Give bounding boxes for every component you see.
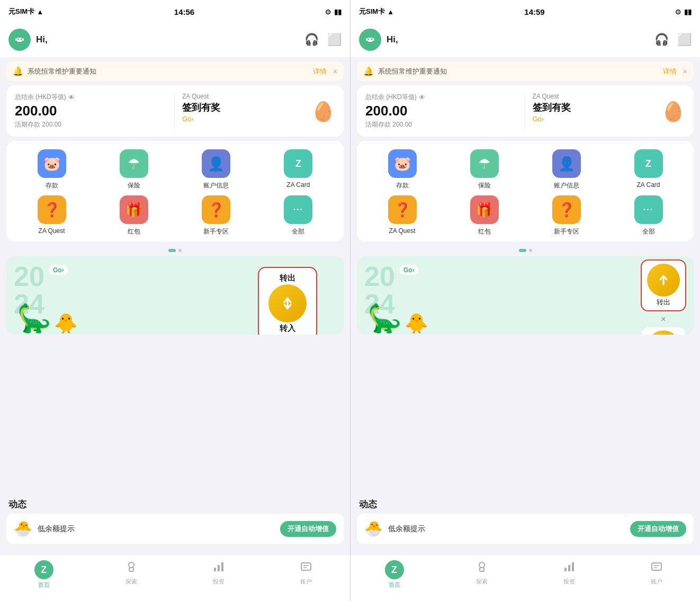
nav-invest-left[interactable]: 投资 bbox=[175, 560, 263, 586]
zacard-icon-left: Z bbox=[284, 149, 312, 178]
svg-rect-5 bbox=[22, 38, 24, 41]
quest-right-area-right: 签到有奖 Go› 🥚 bbox=[533, 100, 686, 123]
action-zacard-left[interactable]: Z ZA Card bbox=[258, 149, 338, 190]
banner-go-left[interactable]: Go› bbox=[49, 265, 68, 275]
action-insurance-right[interactable]: ☂ 保险 bbox=[444, 149, 524, 190]
action-insurance-left[interactable]: ☂ 保险 bbox=[94, 149, 174, 190]
action-hongbao-left[interactable]: 🎁 红包 bbox=[94, 195, 174, 236]
nav-account-left[interactable]: 账户 bbox=[263, 560, 350, 586]
phone-right: 元SIM卡 ▲ 14:59 ⊙ ▮▮ Hi, 🎧 bbox=[350, 0, 700, 601]
battery-icon-right: ▮▮ bbox=[684, 8, 692, 16]
svg-rect-24 bbox=[373, 38, 374, 41]
battery-icon-left: ▮▮ bbox=[334, 8, 342, 16]
svg-point-11 bbox=[129, 562, 134, 568]
scan-icon-left[interactable]: ⬜ bbox=[327, 33, 342, 47]
balance-section-right: 总结余 (HKD等值) 👁 200.00 活期存款 200.00 ZA Ques… bbox=[357, 85, 694, 137]
action-account-info-left[interactable]: 👤 账户信息 bbox=[176, 149, 256, 190]
headphone-icon-left[interactable]: 🎧 bbox=[304, 33, 319, 47]
action-newbie-right[interactable]: ❓ 新手专区 bbox=[526, 195, 606, 236]
transfer-in-circle-right[interactable] bbox=[647, 330, 680, 335]
eye-icon-left[interactable]: 👁 bbox=[68, 94, 75, 101]
banner-go-right[interactable]: Go› bbox=[399, 265, 419, 275]
notif-detail-right[interactable]: 详情 bbox=[663, 67, 677, 76]
action-all-left[interactable]: ··· 全部 bbox=[258, 195, 338, 236]
notif-detail-left[interactable]: 详情 bbox=[313, 67, 327, 76]
notification-banner-left[interactable]: 🔔 系统恒常维护重要通知 详情 × bbox=[6, 61, 344, 81]
transfer-red-box-left[interactable]: 转出 转入 bbox=[258, 267, 317, 335]
transfer-out-circle-right[interactable] bbox=[647, 264, 680, 297]
nav-explore-left[interactable]: 探索 bbox=[87, 560, 175, 586]
header-left: Hi, 🎧 ⬜ bbox=[0, 23, 350, 57]
notif-close-left[interactable]: × bbox=[333, 67, 337, 76]
auto-btn-left[interactable]: 开通自动增值 bbox=[280, 521, 336, 537]
notif-bell-icon-right: 🔔 bbox=[363, 66, 374, 76]
time-left: 14:56 bbox=[174, 7, 194, 16]
banner-area-right: 2024 Go› 🦕 🐥 转出 × bbox=[357, 256, 694, 335]
auto-btn-right[interactable]: 开通自动增值 bbox=[630, 521, 686, 537]
balance-amount-left: 200.00 bbox=[15, 103, 168, 119]
scan-icon-right[interactable]: ⬜ bbox=[677, 33, 692, 47]
svg-rect-35 bbox=[572, 562, 574, 571]
account-info-icon-right: 👤 bbox=[552, 149, 581, 178]
header-right-left: 🎧 ⬜ bbox=[304, 33, 342, 47]
action-deposit-left[interactable]: 🐷 存款 bbox=[12, 149, 92, 190]
svg-rect-23 bbox=[366, 38, 367, 41]
quest-label-left: ZA Quest bbox=[182, 93, 335, 100]
nav-home-right[interactable]: Z 首页 bbox=[351, 560, 438, 589]
svg-point-31 bbox=[479, 562, 484, 568]
nav-explore-icon-right bbox=[475, 560, 488, 576]
action-zaquest-right[interactable]: ❓ ZA Quest bbox=[362, 195, 442, 236]
quest-label-right: ZA Quest bbox=[533, 93, 686, 100]
low-balance-icon-right: 🐣 bbox=[364, 520, 383, 537]
nav-explore-label-right: 探索 bbox=[476, 578, 488, 586]
phone-left: 元SIM卡 ▲ 14:56 ⊙ ▮▮ Hi, 🎧 bbox=[0, 0, 350, 601]
transfer-right-container: 转出 × 转入 bbox=[641, 259, 686, 335]
quest-go-right[interactable]: Go› bbox=[533, 115, 571, 123]
low-balance-left-left: 🐣 低余额提示 bbox=[14, 520, 75, 537]
action-zacard-right[interactable]: Z ZA Card bbox=[608, 149, 688, 190]
nav-account-icon-right bbox=[650, 560, 663, 576]
headphone-icon-right[interactable]: 🎧 bbox=[654, 33, 669, 47]
nav-account-label-left: 账户 bbox=[300, 578, 312, 586]
transfer-circle-left[interactable] bbox=[268, 284, 307, 322]
balance-label-right: 总结余 (HKD等值) 👁 bbox=[365, 93, 518, 102]
svg-point-2 bbox=[17, 39, 19, 40]
action-newbie-left[interactable]: ❓ 新手专区 bbox=[176, 195, 256, 236]
time-right: 14:59 bbox=[524, 7, 544, 16]
transfer-container-left: 转出 转入 bbox=[258, 267, 317, 335]
close-x-right[interactable]: × bbox=[661, 315, 666, 324]
balance-label-left: 总结余 (HKD等值) 👁 bbox=[15, 93, 168, 102]
nav-invest-right[interactable]: 投资 bbox=[525, 560, 613, 586]
transfer-in-box-right[interactable]: 转入 bbox=[642, 327, 685, 335]
header-left-section-right: Hi, bbox=[359, 29, 398, 51]
action-zaquest-left[interactable]: ❓ ZA Quest bbox=[12, 195, 92, 236]
transfer-out-box-right[interactable]: 转出 bbox=[641, 259, 686, 311]
screen-record-icon: ⊙ bbox=[325, 8, 331, 16]
balance-left-panel-right: 总结余 (HKD等值) 👁 200.00 活期存款 200.00 bbox=[365, 93, 518, 129]
action-all-right[interactable]: ··· 全部 bbox=[608, 195, 688, 236]
action-hongbao-right[interactable]: 🎁 红包 bbox=[444, 195, 524, 236]
svg-rect-33 bbox=[564, 568, 567, 571]
dongtai-section-left: 动态 🐣 低余额提示 开通自动增值 bbox=[0, 498, 350, 544]
greeting-left: Hi, bbox=[36, 34, 48, 45]
nav-home-icon-right: Z bbox=[385, 560, 404, 579]
nav-home-left[interactable]: Z 首页 bbox=[0, 560, 87, 589]
quest-go-left[interactable]: Go› bbox=[182, 115, 220, 123]
dongtai-title-right: 动态 bbox=[351, 498, 700, 514]
notif-text-right: 系统恒常维护重要通知 bbox=[378, 67, 659, 76]
notification-banner-right[interactable]: 🔔 系统恒常维护重要通知 详情 × bbox=[357, 61, 694, 81]
banner-area-left: 2024 Go› 🦕 🐥 转出 转入 bbox=[6, 256, 344, 335]
transfer-out-label-left: 转出 bbox=[280, 273, 295, 283]
nav-explore-right[interactable]: 探索 bbox=[438, 560, 525, 586]
bottom-nav-right: Z 首页 探索 投资 bbox=[351, 554, 700, 601]
eye-icon-right[interactable]: 👁 bbox=[419, 94, 425, 101]
notif-close-right[interactable]: × bbox=[683, 67, 687, 76]
actions-grid-left: 🐷 存款 ☂ 保险 👤 账户信息 Z ZA Card ❓ ZA Quest 🎁 bbox=[12, 149, 338, 236]
action-deposit-right[interactable]: 🐷 存款 bbox=[362, 149, 442, 190]
nav-account-right[interactable]: 账户 bbox=[613, 560, 700, 586]
insurance-icon-left: ☂ bbox=[120, 149, 148, 178]
balance-sub-left: 活期存款 200.00 bbox=[15, 120, 168, 129]
nav-account-label-right: 账户 bbox=[651, 578, 662, 586]
notif-bell-icon-left: 🔔 bbox=[13, 66, 23, 76]
action-account-info-right[interactable]: 👤 账户信息 bbox=[526, 149, 606, 190]
